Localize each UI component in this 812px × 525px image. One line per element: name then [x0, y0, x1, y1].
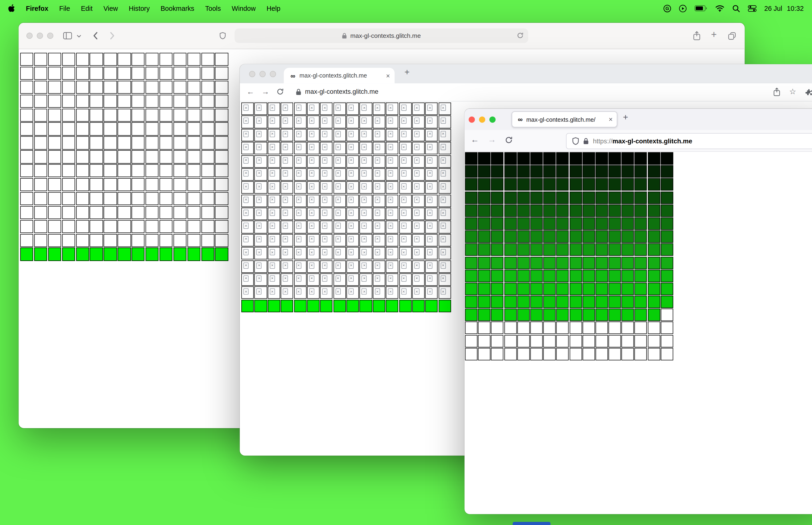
grid-cell	[359, 208, 372, 220]
new-tab-icon[interactable]: +	[711, 31, 717, 39]
broken-image-icon	[349, 144, 354, 150]
back-icon[interactable]: ←	[471, 135, 479, 145]
safari-toolbar[interactable]: max-gl-contexts.glitch.me +	[18, 23, 745, 49]
bookmark-star-icon[interactable]: ☆	[789, 87, 796, 96]
grid-cell	[412, 129, 425, 141]
grid-cell	[255, 181, 267, 194]
grid-cell	[20, 164, 33, 177]
apple-menu-icon[interactable]	[8, 4, 15, 13]
broken-image-icon	[362, 249, 367, 255]
reload-icon[interactable]	[277, 88, 284, 95]
menu-item-help[interactable]: Help	[267, 4, 280, 12]
share-icon[interactable]	[693, 31, 701, 41]
menu-item-view[interactable]: View	[103, 4, 118, 12]
broken-image-icon	[362, 144, 367, 150]
menu-item-tools[interactable]: Tools	[205, 4, 221, 12]
close-window-button[interactable]	[469, 117, 475, 123]
address-bar[interactable]: https:// max-gl-contexts.glitch.me	[566, 133, 812, 149]
control-center-icon[interactable]	[748, 5, 756, 12]
privacy-shield-icon[interactable]	[220, 32, 226, 40]
grid-cell	[267, 286, 280, 299]
grid-cell	[517, 230, 530, 243]
sidebar-icon[interactable]	[63, 32, 72, 40]
broken-image-icon	[375, 144, 380, 150]
grid-cell	[648, 165, 660, 178]
dock-peek[interactable]	[513, 522, 551, 525]
grid-cell	[504, 191, 517, 204]
g-badge-icon[interactable]: G	[663, 4, 671, 12]
grid-cell	[320, 168, 333, 181]
grid-cell	[569, 230, 582, 243]
new-tab-icon[interactable]: +	[400, 67, 414, 77]
broken-image-icon	[296, 118, 301, 124]
forward-icon[interactable]: →	[488, 135, 496, 145]
menu-item-window[interactable]: Window	[232, 4, 256, 12]
lock-icon[interactable]	[296, 89, 302, 95]
reload-icon[interactable]	[517, 32, 524, 39]
battery-icon[interactable]	[694, 5, 707, 11]
broken-image-icon	[362, 118, 367, 124]
minimize-window-button[interactable]	[479, 117, 485, 123]
tab-overview-icon[interactable]	[728, 32, 736, 40]
grid-cell	[173, 53, 186, 66]
grid-cell	[333, 195, 346, 207]
spotlight-search-icon[interactable]	[732, 4, 740, 12]
minimize-window-button[interactable]	[259, 71, 265, 77]
firefox-tab-bar[interactable]: ∞ max-gl-contexts.glitch.me/ × +	[464, 109, 812, 130]
chrome-active-tab[interactable]: ∞ max-gl-contexts.glitch.me ×	[284, 68, 395, 84]
chrome-toolbar[interactable]: ← → max-gl-contexts.glitch.me ☆	[240, 84, 812, 102]
url-domain: max-gl-contexts.glitch.me	[612, 137, 692, 145]
grid-cell	[34, 248, 47, 261]
firefox-active-tab[interactable]: ∞ max-gl-contexts.glitch.me/ ×	[512, 111, 617, 127]
address-text[interactable]: max-gl-contexts.glitch.me	[305, 88, 378, 95]
grid-cell	[412, 273, 425, 286]
broken-image-icon	[243, 223, 249, 229]
menu-item-history[interactable]: History	[129, 4, 150, 12]
zoom-window-button[interactable]	[270, 71, 276, 77]
lock-icon[interactable]	[583, 138, 589, 145]
grid-cell	[478, 257, 491, 269]
menu-item-bookmarks[interactable]: Bookmarks	[161, 4, 194, 12]
zoom-window-button[interactable]	[47, 33, 53, 39]
broken-image-icon	[414, 183, 419, 190]
grid-cell	[215, 53, 228, 66]
back-icon[interactable]	[93, 31, 98, 40]
chevron-down-icon[interactable]	[77, 35, 81, 38]
grid-cell	[34, 94, 47, 108]
grid-cell	[20, 122, 33, 136]
menu-app-name[interactable]: Firefox	[26, 4, 48, 12]
share-icon[interactable]	[773, 87, 781, 96]
close-tab-icon[interactable]: ×	[609, 115, 613, 123]
grid-cell	[582, 205, 595, 217]
close-window-button[interactable]	[26, 33, 32, 39]
new-tab-icon[interactable]: +	[623, 112, 628, 123]
grid-cell	[478, 322, 491, 334]
broken-image-icon	[296, 236, 301, 242]
grid-cell	[517, 165, 530, 178]
menu-item-edit[interactable]: Edit	[81, 4, 92, 12]
play-circle-icon[interactable]	[679, 4, 687, 12]
tracking-shield-icon[interactable]	[572, 137, 579, 145]
chrome-tab-strip[interactable]: ∞ max-gl-contexts.glitch.me × +	[240, 64, 812, 84]
extensions-puzzle-icon[interactable]	[805, 89, 812, 96]
address-bar[interactable]: max-gl-contexts.glitch.me	[234, 28, 528, 43]
forward-icon[interactable]	[110, 31, 115, 40]
menu-item-file[interactable]: File	[59, 4, 70, 12]
broken-image-icon	[388, 118, 393, 124]
grid-cell	[215, 164, 228, 177]
zoom-window-button[interactable]	[489, 117, 495, 123]
grid-cell	[648, 309, 660, 321]
grid-cell	[412, 234, 425, 246]
firefox-navbar[interactable]: ← → https:// max-gl-contexts.glitch.me	[464, 130, 812, 152]
reload-icon[interactable]	[505, 136, 513, 144]
grid-cell	[491, 270, 504, 282]
back-icon[interactable]: ←	[246, 87, 254, 96]
close-tab-icon[interactable]: ×	[386, 72, 390, 79]
minimize-window-button[interactable]	[37, 33, 43, 39]
grid-cell	[76, 248, 89, 261]
grid-cell	[173, 67, 186, 80]
wifi-icon[interactable]	[715, 5, 724, 12]
menu-clock[interactable]: 26 Jul 10:32	[764, 4, 804, 12]
forward-icon[interactable]: →	[261, 87, 269, 96]
close-window-button[interactable]	[249, 71, 255, 77]
